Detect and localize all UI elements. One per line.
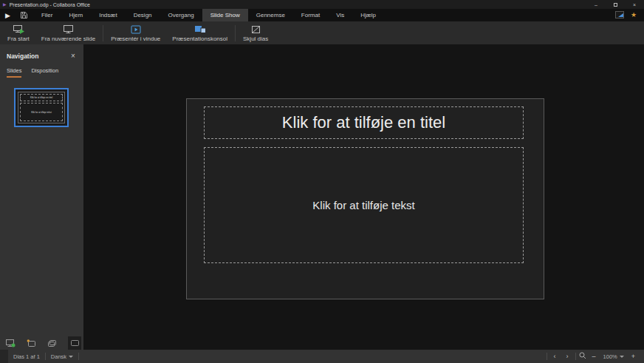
zoom-level-selector[interactable]: 100%: [602, 353, 626, 360]
menu-item-format[interactable]: Format: [293, 9, 328, 21]
new-slide-icon: [27, 339, 36, 347]
slide-editor[interactable]: Klik for at tilføje en titel Klik for at…: [186, 98, 544, 299]
tool-label: Fra start: [7, 35, 30, 42]
slide-counter: Dias 1 af 1: [8, 353, 45, 360]
hide-slide-icon: [251, 24, 261, 34]
caret-down-icon: [620, 356, 624, 358]
next-slide-button[interactable]: ›: [563, 353, 572, 360]
menu-item-design[interactable]: Design: [126, 9, 160, 21]
menu-bar: ▶ Filer Hjem Indsæt Design Overgang Slid…: [0, 9, 644, 21]
presentation-from-start-icon: [13, 24, 24, 34]
presenter-console-button[interactable]: Præsentationskonsol: [166, 21, 233, 44]
zoom-tool-button[interactable]: [579, 352, 586, 361]
maximize-icon: [614, 3, 617, 7]
new-slide-button[interactable]: [21, 336, 41, 350]
slide-body-placeholder-text: Klik for at tilføje tekst: [312, 199, 414, 211]
impress-logo-icon: ▶: [0, 9, 15, 21]
language-selector[interactable]: Dansk: [46, 353, 78, 360]
slide-title-placeholder-text: Klik for at tilføje en titel: [282, 113, 445, 132]
close-button[interactable]: ×: [625, 0, 644, 9]
panel-close-button[interactable]: ×: [68, 50, 78, 61]
status-separator: [575, 353, 576, 360]
toolbar-separator: [235, 25, 236, 41]
caret-down-icon: [69, 356, 73, 358]
magnifier-icon: [579, 352, 586, 359]
menu-item-hjaelp[interactable]: Hjælp: [352, 9, 384, 21]
window-title: Presentation.odp - Collabora Office: [10, 2, 90, 7]
present-in-window-icon: [131, 24, 141, 34]
screen-icon: [615, 11, 624, 18]
menu-item-vis[interactable]: Vis: [328, 9, 352, 21]
from-start-button[interactable]: Fra start: [1, 21, 35, 44]
zoom-out-button[interactable]: –: [589, 353, 599, 360]
slide-thumbnail-frame: Klik for at tilføje en titel Klik for at…: [18, 92, 65, 123]
thumbnail-title-placeholder: Klik for at tilføje en titel: [20, 94, 63, 101]
window-controls: – ×: [586, 0, 644, 9]
minimize-button[interactable]: –: [586, 0, 606, 9]
menu-item-indsaet[interactable]: Indsæt: [91, 9, 125, 21]
slide-layout-button[interactable]: [68, 336, 81, 350]
thumbnail-body-text: Klik for at tilføje tekst: [21, 111, 62, 113]
tab-slides[interactable]: Slides: [7, 67, 21, 78]
panel-bottom-toolbar: [0, 336, 83, 350]
slide-body-placeholder[interactable]: Klik for at tilføje tekst: [204, 147, 524, 263]
save-button[interactable]: [15, 9, 33, 21]
tab-disposition[interactable]: Disposition: [31, 67, 58, 78]
status-separator: [78, 353, 79, 360]
slide-show-toolbar: Fra start Fra nuværende slide Præsentér …: [0, 21, 644, 44]
navigation-panel-title: Navigation: [7, 52, 38, 60]
menu-item-hjem[interactable]: Hjem: [61, 9, 91, 21]
tool-label: Præsentationskonsol: [172, 35, 227, 42]
menu-item-filer[interactable]: Filer: [33, 9, 61, 21]
app-logo-icon: ▶: [3, 2, 7, 7]
tool-label: Skjul dias: [243, 35, 268, 42]
menu-item-gennemse[interactable]: Gennemse: [248, 9, 293, 21]
start-presentation-icon: [5, 339, 16, 347]
navigation-panel: Navigation × Slides Disposition Klik for…: [0, 44, 83, 350]
start-presentation-button[interactable]: [0, 336, 21, 350]
slide-canvas: Klik for at tilføje en titel Klik for at…: [83, 44, 644, 350]
status-bar: Dias 1 af 1 Dansk ‹ › – 100% +: [0, 350, 644, 363]
duplicate-slide-icon: [47, 339, 57, 347]
previous-slide-button[interactable]: ‹: [550, 353, 560, 360]
screen-share-button[interactable]: [615, 11, 624, 20]
zoom-in-button[interactable]: +: [628, 353, 638, 360]
maximize-button[interactable]: [606, 0, 625, 9]
status-bar-right: ‹ › – 100% +: [547, 352, 644, 361]
zoom-level-value: 100%: [603, 353, 617, 360]
star-button[interactable]: ★: [631, 12, 637, 18]
thumbnail-title-text: Klik for at tilføje en titel: [21, 97, 62, 99]
tool-label: Fra nuværende slide: [41, 35, 95, 42]
slide-title-placeholder[interactable]: Klik for at tilføje en titel: [204, 106, 524, 139]
status-separator: [547, 353, 547, 360]
title-bar: ▶ Presentation.odp - Collabora Office – …: [0, 0, 644, 9]
presentation-current-slide-icon: [63, 24, 74, 34]
tool-label: Præsentér i vindue: [111, 35, 160, 42]
status-bar-corner: [0, 350, 8, 363]
from-current-slide-button[interactable]: Fra nuværende slide: [35, 21, 101, 44]
thumbnail-body-placeholder: Klik for at tilføje tekst: [20, 103, 63, 121]
menu-item-overgang[interactable]: Overgang: [160, 9, 202, 21]
presenter-console-icon: [194, 24, 206, 34]
hide-slide-button[interactable]: Skjul dias: [237, 21, 274, 44]
slide-layout-icon: [70, 339, 80, 347]
navigation-tabs: Slides Disposition: [7, 67, 58, 78]
slide-thumbnail[interactable]: Klik for at tilføje en titel Klik for at…: [14, 88, 69, 127]
save-icon: [20, 11, 28, 19]
language-label: Dansk: [51, 353, 66, 360]
duplicate-slide-button[interactable]: [41, 336, 62, 350]
toolbar-separator: [103, 25, 103, 41]
menu-item-slide-show[interactable]: Slide Show: [202, 9, 248, 21]
present-in-window-button[interactable]: Præsentér i vindue: [105, 21, 166, 44]
